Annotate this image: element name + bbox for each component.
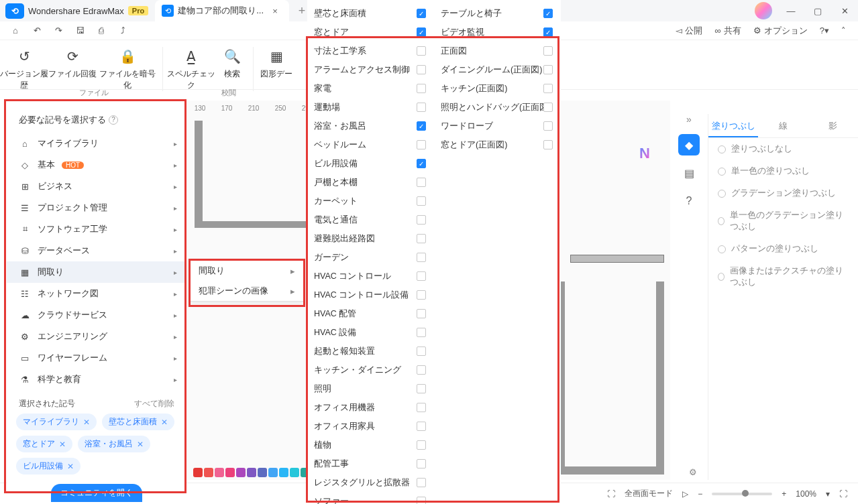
rail-help-button[interactable]: ? <box>678 190 700 212</box>
checkbox-icon[interactable]: ✓ <box>417 121 426 131</box>
category-option-正面図[interactable]: 正面図 <box>434 42 561 60</box>
toolbar-version-history[interactable]: ↺バージョン履歴 <box>0 47 48 91</box>
rail-page-button[interactable]: ▤ <box>678 162 700 184</box>
symbol-category-基本[interactable]: ◇基本HOT▸ <box>7 154 186 176</box>
category-option-ガーデン[interactable]: ガーデン <box>307 248 434 267</box>
category-option-電気と通信[interactable]: 電気と通信 <box>307 210 434 229</box>
swatch[interactable] <box>193 468 203 477</box>
checkbox-icon[interactable] <box>417 271 426 281</box>
chip-remove-icon[interactable]: ✕ <box>83 418 90 427</box>
checkbox-icon[interactable] <box>417 403 426 412</box>
delete-all-link[interactable]: すべて削除 <box>134 398 174 410</box>
zoom-dropdown-icon[interactable]: ▾ <box>826 489 830 499</box>
symbol-category-マイライブラリ[interactable]: ⌂マイライブラリ▸ <box>7 133 186 154</box>
category-option-家電[interactable]: 家電 <box>307 79 434 98</box>
category-option-窓とドア[interactable]: 窓とドア✓ <box>307 23 434 42</box>
swatch[interactable] <box>225 468 235 477</box>
category-option-ワードローブ[interactable]: ワードローブ <box>434 117 561 135</box>
checkbox-icon[interactable]: ✓ <box>417 27 426 37</box>
checkbox-icon[interactable]: ✓ <box>417 159 426 168</box>
presentation-button[interactable]: ▷ <box>682 489 688 499</box>
category-option-壁芯と床面積[interactable]: 壁芯と床面積✓ <box>307 4 434 23</box>
category-option-ベッドルーム[interactable]: ベッドルーム <box>307 135 434 154</box>
category-option-窓とドア(正面図)[interactable]: 窓とドア(正面図) <box>434 135 561 154</box>
chip-浴室・お風呂[interactable]: 浴室・お風呂✕ <box>78 436 150 452</box>
settings-gear-icon[interactable]: ⚙ <box>689 467 697 477</box>
checkbox-icon[interactable] <box>417 365 426 375</box>
export-button[interactable]: ⤴ <box>113 23 133 39</box>
checkbox-icon[interactable] <box>417 440 426 450</box>
chip-窓とドア[interactable]: 窓とドア✕ <box>16 436 72 452</box>
chip-ビル用設備[interactable]: ビル用設備✕ <box>16 458 81 475</box>
checkbox-icon[interactable] <box>543 140 553 149</box>
category-option-HVAC 設備[interactable]: HVAC 設備 <box>307 323 434 342</box>
document-tab[interactable]: ⟲ 建物コア部の間取り... × <box>155 0 289 21</box>
share-button[interactable]: ∞ 共有 <box>714 25 741 37</box>
help-button[interactable]: ?▾ <box>820 25 829 36</box>
symbol-category-プロジェクト管理[interactable]: ☰プロジェクト管理▸ <box>7 197 186 218</box>
category-option-HVAC 配管[interactable]: HVAC 配管 <box>307 304 434 323</box>
expand-panel-button[interactable]: ⛶ <box>839 489 847 499</box>
category-option-寸法と工学系[interactable]: 寸法と工学系 <box>307 42 434 60</box>
fill-option-単一色のグラデーション塗りつぶし[interactable]: 単一色のグラデーション塗りつぶし <box>708 204 858 238</box>
checkbox-icon[interactable] <box>417 253 426 262</box>
tab-shadow[interactable]: 影 <box>808 114 858 137</box>
save-button[interactable]: 🖫 <box>70 23 90 39</box>
help-icon[interactable]: ? <box>109 115 118 125</box>
category-option-キッチン・ダイニング[interactable]: キッチン・ダイニング <box>307 361 434 379</box>
checkbox-icon[interactable] <box>417 328 426 337</box>
checkbox-icon[interactable] <box>543 121 553 131</box>
window-close-button[interactable]: ✕ <box>831 0 858 21</box>
redo-button[interactable]: ↷ <box>48 23 68 39</box>
checkbox-icon[interactable]: ✓ <box>543 9 553 18</box>
swatch[interactable] <box>236 468 246 477</box>
checkbox-icon[interactable] <box>417 497 426 504</box>
checkbox-icon[interactable] <box>417 84 426 93</box>
swatch[interactable] <box>258 468 267 477</box>
category-option-配管工事[interactable]: 配管工事 <box>307 454 434 473</box>
symbol-category-間取り[interactable]: ▦間取り▸ <box>7 261 186 283</box>
window-maximize-button[interactable]: ▢ <box>804 0 831 21</box>
submenu-item-犯罪シーンの画像[interactable]: 犯罪シーンの画像▸ <box>191 281 303 301</box>
symbol-category-クラウドサービス[interactable]: ☁クラウドサービス▸ <box>7 304 186 326</box>
chip-remove-icon[interactable]: ✕ <box>67 462 74 471</box>
category-option-オフィス用機器[interactable]: オフィス用機器 <box>307 398 434 417</box>
chip-remove-icon[interactable]: ✕ <box>137 440 144 449</box>
swatch[interactable] <box>215 468 224 477</box>
toolbar-encrypt[interactable]: 🔒ファイルを暗号化 <box>97 47 158 91</box>
tab-line[interactable]: 線 <box>758 114 808 137</box>
swatch[interactable] <box>204 468 213 477</box>
window-minimize-button[interactable]: — <box>777 0 804 21</box>
zoom-out-button[interactable]: − <box>698 489 702 499</box>
swatch[interactable] <box>247 468 256 477</box>
toolbar-find[interactable]: 🔍検索 <box>215 47 249 91</box>
fit-page-button[interactable]: ⛶ <box>607 489 615 499</box>
fill-option-画像またはテクスチャの塗りつぶし[interactable]: 画像またはテクスチャの塗りつぶし <box>708 260 858 294</box>
checkbox-icon[interactable] <box>543 65 553 74</box>
swatch[interactable] <box>268 468 278 477</box>
zoom-in-button[interactable]: + <box>782 489 786 499</box>
checkbox-icon[interactable] <box>543 84 553 93</box>
fullscreen-mode-button[interactable]: 全画面モード <box>625 488 673 499</box>
expand-rail-button[interactable]: » <box>686 114 692 125</box>
category-option-ビル用設備[interactable]: ビル用設備✓ <box>307 154 434 173</box>
checkbox-icon[interactable] <box>543 103 553 112</box>
symbol-category-科学と教育[interactable]: ⚗科学と教育▸ <box>7 369 186 390</box>
chip-remove-icon[interactable]: ✕ <box>59 440 66 449</box>
category-option-ダイニングルーム(正面図)[interactable]: ダイニングルーム(正面図) <box>434 60 561 79</box>
category-option-起動と報知装置[interactable]: 起動と報知装置 <box>307 342 434 361</box>
checkbox-icon[interactable] <box>417 478 426 487</box>
symbol-category-ビジネス[interactable]: ⊞ビジネス▸ <box>7 176 186 197</box>
toolbar-spellcheck[interactable]: A̲スペルチェック <box>167 47 215 91</box>
symbol-category-データベース[interactable]: ⛁データベース▸ <box>7 240 186 261</box>
checkbox-icon[interactable] <box>417 215 426 225</box>
open-community-button[interactable]: コミュニティを開く <box>51 484 142 502</box>
publish-button[interactable]: ◅ 公開 <box>676 25 702 37</box>
category-option-HVAC コントロール設備[interactable]: HVAC コントロール設備 <box>307 286 434 304</box>
chip-マイライブラリ[interactable]: マイライブラリ✕ <box>16 414 97 430</box>
symbol-category-ネットワーク図[interactable]: ☷ネットワーク図▸ <box>7 283 186 304</box>
category-option-カーペット[interactable]: カーペット <box>307 192 434 210</box>
category-option-避難脱出経路図[interactable]: 避難脱出経路図 <box>307 229 434 248</box>
checkbox-icon[interactable] <box>543 46 553 56</box>
category-option-キッチン(正面図)[interactable]: キッチン(正面図) <box>434 79 561 98</box>
